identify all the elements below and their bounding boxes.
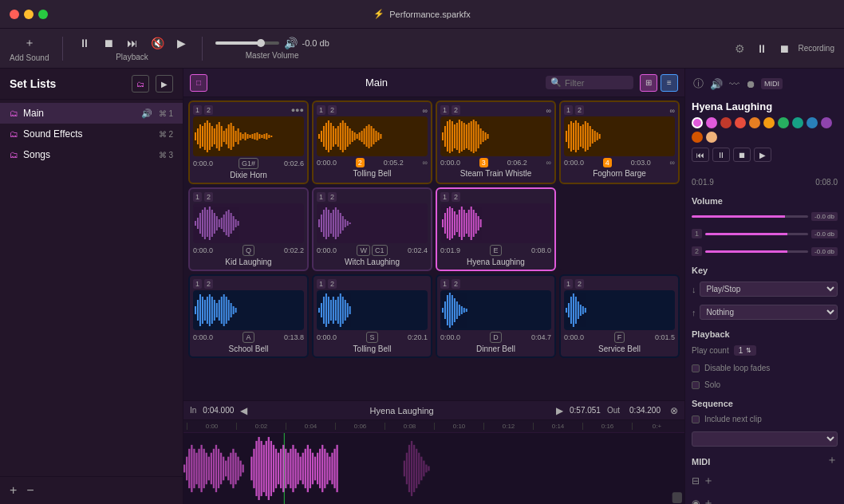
svg-rect-69: [463, 123, 465, 150]
svg-rect-1: [197, 128, 199, 144]
sound-card-witch[interactable]: 12: [312, 187, 432, 271]
we-left-btn[interactable]: ◀: [240, 405, 247, 416]
sound-card-foghorn[interactable]: 12 ∞: [559, 100, 680, 184]
sound-card-steam-train[interactable]: 12 ∞: [436, 100, 556, 184]
remove-list-button[interactable]: −: [26, 483, 34, 498]
svg-rect-28: [261, 135, 262, 138]
dots-icon: ●●●: [291, 106, 304, 114]
stop-button[interactable]: ⏹: [100, 35, 117, 51]
color-dot-5[interactable]: [749, 117, 760, 128]
sound-name-2: Tolling Bell: [317, 169, 428, 178]
sound-card-tolling-bell-2[interactable]: 12: [312, 274, 432, 358]
sound-card-dixie-horn[interactable]: 12 ●●●: [188, 100, 309, 184]
svg-rect-171: [337, 297, 339, 324]
mute-button[interactable]: 🔇: [148, 35, 168, 51]
rp-rewind-btn[interactable]: ⏮: [692, 148, 709, 162]
midi-button[interactable]: MIDI: [761, 78, 783, 89]
view-list-button[interactable]: ≡: [661, 74, 678, 92]
rp-play-btn[interactable]: ▶: [754, 148, 771, 162]
color-dot-10[interactable]: [821, 117, 832, 128]
sidebar-item-songs[interactable]: 🗂 Songs ⌘ 3: [0, 144, 183, 165]
rp-transport: ⏮ ⏸ ⏹ ▶: [692, 148, 838, 162]
svg-rect-78: [485, 132, 487, 140]
svg-rect-198: [186, 457, 187, 481]
speaker-button[interactable]: 🔊: [708, 77, 724, 92]
rp-midi-add-2[interactable]: ＋: [703, 474, 714, 488]
sound-card-tolling-bell-1[interactable]: 12 ∞: [312, 100, 432, 184]
we-title: Hyena Laughing: [254, 406, 550, 415]
rp-stop-btn[interactable]: ⏹: [733, 148, 751, 162]
color-dot-11[interactable]: [692, 132, 703, 143]
svg-rect-18: [238, 128, 239, 144]
rp-midi-row: MIDI ＋: [692, 453, 838, 467]
sound-card-service-bell[interactable]: 12: [559, 274, 680, 358]
color-dot-1[interactable]: [692, 117, 703, 128]
rec-stop-button[interactable]: ⏹: [775, 41, 793, 57]
disable-loop-fades-checkbox[interactable]: [692, 364, 700, 372]
filter-input[interactable]: [565, 78, 629, 88]
close-button[interactable]: [10, 10, 19, 19]
svg-rect-252: [321, 445, 323, 492]
color-dot-8[interactable]: [792, 117, 803, 128]
rp-pause-btn[interactable]: ⏸: [712, 148, 730, 162]
view-grid-button[interactable]: ⊞: [640, 74, 657, 92]
rp-vol-master-slider[interactable]: [692, 215, 808, 218]
svg-rect-104: [216, 216, 218, 230]
sidebar-item-main[interactable]: 🗂 Main 🔊 ⌘ 1: [0, 103, 183, 124]
rp-vol-ch2-slider[interactable]: [705, 250, 808, 253]
color-dot-12[interactable]: [706, 132, 717, 143]
svg-rect-87: [582, 124, 584, 148]
play-button[interactable]: ▶: [174, 35, 189, 51]
fullscreen-button[interactable]: [38, 10, 48, 19]
rp-time-start: 0:01.9: [692, 178, 714, 187]
color-dot-2[interactable]: [706, 117, 717, 128]
rp-midi-add-1[interactable]: ＋: [826, 453, 838, 467]
pause-button[interactable]: ⏸: [76, 35, 93, 51]
svg-rect-193: [578, 301, 579, 319]
svg-rect-109: [228, 210, 230, 237]
sound-card-dinner-bell[interactable]: 12: [436, 274, 556, 358]
rp-midi-add-3[interactable]: ＋: [703, 496, 714, 504]
rec-settings-button[interactable]: ⚙: [732, 41, 748, 57]
rp-key-up-select[interactable]: Nothing: [700, 305, 838, 320]
rp-vol-ch1-slider[interactable]: [705, 233, 808, 235]
svg-rect-58: [377, 132, 379, 140]
include-next-clip-checkbox[interactable]: [692, 415, 700, 423]
we-out-label: Out: [607, 406, 620, 415]
we-right-btn[interactable]: ▶: [556, 405, 563, 416]
rec-pause-button[interactable]: ⏸: [753, 41, 771, 57]
color-dot-9[interactable]: [807, 117, 818, 128]
sidebar-item-sound-effects[interactable]: 🗂 Sound Effects ⌘ 2: [0, 124, 183, 144]
rp-key-down-select[interactable]: Play/Stop: [700, 282, 838, 297]
add-list-button[interactable]: +: [10, 483, 17, 498]
sidebar-folder-btn[interactable]: 🗂: [132, 75, 149, 93]
sidebar-play-btn[interactable]: ▶: [156, 75, 173, 93]
svg-rect-158: [226, 297, 227, 324]
svg-rect-172: [340, 293, 341, 327]
color-dot-6[interactable]: [763, 117, 775, 128]
add-sound-button[interactable]: ＋: [21, 34, 38, 52]
color-dot-4[interactable]: [735, 117, 746, 128]
forward-button[interactable]: ⏭: [124, 35, 141, 51]
svg-rect-219: [237, 457, 239, 481]
rp-play-count-stepper[interactable]: 1 ⇅: [734, 345, 757, 356]
color-dot-7[interactable]: [778, 117, 789, 128]
grid-toggle-1[interactable]: □: [190, 74, 207, 92]
sound-card-school-bell[interactable]: 12: [188, 274, 309, 358]
solo-checkbox[interactable]: [692, 381, 700, 389]
svg-rect-258: [336, 445, 337, 492]
we-close-btn[interactable]: ⊗: [670, 405, 678, 416]
wave-button[interactable]: 〰: [728, 77, 741, 92]
record-button[interactable]: ⏺: [744, 77, 758, 92]
master-volume-slider[interactable]: [215, 41, 279, 45]
sound-card-kid-laughing[interactable]: 12: [188, 187, 309, 271]
main-layout: Set Lists 🗂 ▶ 🗂 Main 🔊 ⌘ 1 🗂 Sound Effec…: [0, 69, 844, 504]
rp-sequence-select[interactable]: [692, 431, 838, 447]
waveform-big[interactable]: [183, 433, 684, 504]
info-button[interactable]: ⓘ: [692, 75, 705, 93]
time-start: 0:00.0: [440, 159, 460, 167]
color-dot-3[interactable]: [720, 117, 732, 128]
sound-card-hyena[interactable]: 12: [436, 187, 556, 271]
playback-group: ⏸ ⏹ ⏭ 🔇 ▶ Playback: [76, 35, 189, 61]
minimize-button[interactable]: [24, 10, 34, 19]
